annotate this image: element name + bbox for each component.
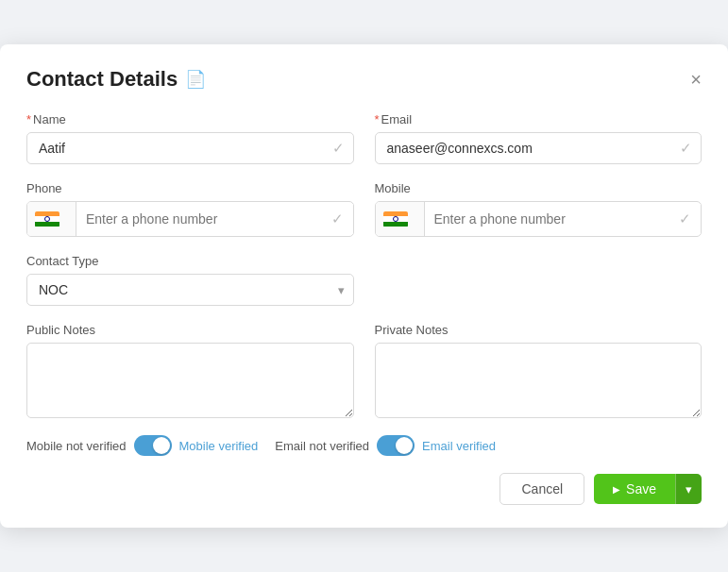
public-notes-group: Public Notes — [26, 323, 354, 418]
mobile-input-wrap: ✓ — [425, 204, 702, 234]
phone-group: Phone ✓ — [26, 181, 354, 237]
email-required-star: * — [375, 112, 380, 126]
save-dropdown-button[interactable]: ▾ — [675, 474, 702, 504]
mobile-check-icon: ✓ — [679, 210, 691, 227]
save-label: Save — [626, 481, 656, 496]
contact-type-label: Contact Type — [26, 254, 354, 268]
notes-row: Public Notes Private Notes — [26, 323, 702, 418]
name-group: *Name ✓ — [26, 112, 354, 164]
email-input-wrap: ✓ — [375, 132, 703, 164]
contact-type-select-wrap: NOC Technical Billing Sales ▾ — [26, 274, 354, 306]
phone-check-icon: ✓ — [331, 210, 344, 227]
modal-title: Contact Details — [26, 67, 178, 92]
name-required-star: * — [26, 112, 31, 126]
modal-footer: Cancel ▶ Save ▾ — [26, 473, 702, 505]
name-input-wrap: ✓ — [26, 132, 354, 164]
mobile-verified-link[interactable]: Mobile verified — [179, 439, 259, 453]
mobile-toggle-knob — [153, 437, 170, 454]
cancel-button[interactable]: Cancel — [499, 473, 584, 505]
private-notes-group: Private Notes — [375, 323, 703, 418]
mobile-group: Mobile ✓ — [375, 181, 703, 237]
india-flag-phone — [35, 211, 59, 227]
private-notes-label: Private Notes — [375, 323, 703, 337]
name-label: *Name — [26, 112, 354, 126]
email-not-verified-label: Email not verified — [275, 439, 369, 453]
email-group: *Email ✓ — [375, 112, 703, 164]
public-notes-textarea[interactable] — [26, 343, 354, 418]
save-play-icon: ▶ — [613, 484, 620, 495]
phone-mobile-row: Phone ✓ Mobile — [26, 181, 702, 237]
title-doc-icon: 📄 — [185, 69, 206, 90]
email-input[interactable] — [375, 132, 703, 164]
mobile-input[interactable] — [425, 204, 702, 234]
phone-input[interactable] — [76, 204, 353, 234]
email-toggle-knob — [396, 437, 413, 454]
phone-wrap: ✓ — [26, 201, 354, 237]
mobile-verify-toggle[interactable] — [134, 435, 172, 456]
save-arrow-chevron-icon: ▾ — [686, 482, 692, 496]
save-button[interactable]: ▶ Save — [594, 474, 675, 504]
contact-type-row: Contact Type NOC Technical Billing Sales… — [26, 254, 702, 306]
mobile-not-verified-label: Mobile not verified — [26, 439, 127, 453]
mobile-label: Mobile — [375, 181, 703, 195]
name-email-row: *Name ✓ *Email ✓ — [26, 112, 702, 164]
verification-row: Mobile not verified Mobile verified Emai… — [26, 435, 702, 456]
mobile-verify-section: Mobile not verified Mobile verified — [26, 435, 258, 456]
contact-type-empty — [375, 254, 703, 306]
contact-type-select[interactable]: NOC Technical Billing Sales — [26, 274, 354, 306]
email-verify-section: Email not verified Email verified — [275, 435, 496, 456]
modal-header: Contact Details 📄 × — [26, 67, 702, 92]
close-button[interactable]: × — [690, 70, 702, 89]
india-flag-mobile — [383, 211, 408, 227]
phone-label: Phone — [26, 181, 354, 195]
name-input[interactable] — [26, 132, 354, 164]
email-verify-toggle[interactable] — [377, 435, 415, 456]
phone-input-wrap: ✓ — [76, 204, 353, 234]
mobile-wrap: ✓ — [375, 201, 703, 237]
email-label: *Email — [375, 112, 703, 126]
contact-details-modal: Contact Details 📄 × *Name ✓ *Email ✓ — [0, 44, 728, 528]
name-check-icon: ✓ — [332, 140, 345, 157]
title-row: Contact Details 📄 — [26, 67, 206, 92]
mobile-flag-selector[interactable] — [376, 202, 425, 236]
public-notes-label: Public Notes — [26, 323, 354, 337]
phone-flag-selector[interactable] — [27, 202, 76, 236]
contact-type-group: Contact Type NOC Technical Billing Sales… — [26, 254, 354, 306]
email-verified-link[interactable]: Email verified — [422, 439, 496, 453]
private-notes-textarea[interactable] — [375, 343, 703, 418]
save-button-wrap: ▶ Save ▾ — [594, 474, 702, 504]
email-check-icon: ✓ — [680, 140, 692, 157]
